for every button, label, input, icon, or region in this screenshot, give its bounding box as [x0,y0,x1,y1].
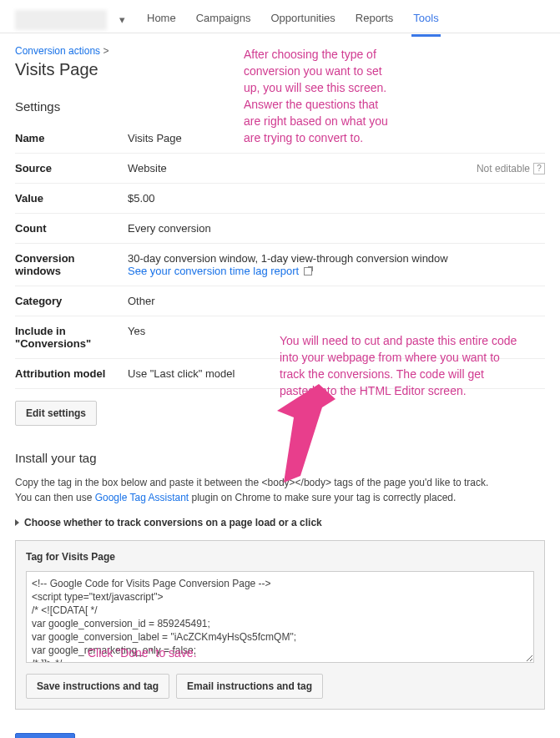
disclosure-label: Choose whether to track conversions on a… [24,517,322,528]
value-name: Visits Page [128,132,545,144]
row-count: Count Every conversion [15,213,545,243]
email-instructions-button[interactable]: Email instructions and tag [176,674,323,699]
install-description: Copy the tag in the box below and paste … [15,475,545,505]
help-icon[interactable]: ? [533,163,545,174]
nav-reports[interactable]: Reports [354,3,396,37]
edit-settings-button[interactable]: Edit settings [15,401,97,426]
logo-placeholder [15,10,107,30]
time-lag-report-link[interactable]: See your conversion time lag report [128,265,299,277]
triangle-right-icon [15,519,19,526]
main-nav: Home Campaigns Opportunities Reports Too… [145,3,441,37]
breadcrumb-link[interactable]: Conversion actions [15,45,100,57]
row-attribution: Attribution model Use "Last click" model [15,358,545,389]
label-name: Name [15,132,128,144]
breadcrumb: Conversion actions > [15,45,545,57]
value-category: Other [128,295,545,307]
settings-table: Name Visits Page Source Website Not edit… [15,124,545,389]
value-count: Every conversion [128,222,545,235]
tag-assistant-link[interactable]: Google Tag Assistant [95,492,189,503]
nav-tools[interactable]: Tools [411,3,440,37]
nav-home[interactable]: Home [145,3,178,37]
install-desc-line1: Copy the tag in the box below and paste … [15,477,488,488]
value-attribution: Use "Last click" model [128,367,545,380]
not-editable-text: Not editable [477,163,530,174]
nav-campaigns[interactable]: Campaigns [194,3,253,37]
install-desc-line2a: You can then use [15,492,95,503]
label-count: Count [15,222,128,235]
value-source: Website [128,162,477,174]
value-include: Yes [128,325,545,350]
track-disclosure[interactable]: Choose whether to track conversions on a… [15,517,545,528]
windows-text: 30-day conversion window, 1-day view-thr… [128,252,448,265]
done-button[interactable]: Done [15,733,75,738]
label-value: Value [15,192,128,205]
label-include: Include in "Conversions" [15,325,128,350]
value-windows: 30-day conversion window, 1-day view-thr… [128,252,545,277]
value-value: $5.00 [128,192,545,205]
row-value: Value $5.00 [15,183,545,213]
external-link-icon [304,267,312,275]
nav-opportunities[interactable]: Opportunities [269,3,336,37]
account-dropdown[interactable]: ▾ [115,13,129,27]
save-instructions-button[interactable]: Save instructions and tag [26,674,169,699]
row-source: Source Website Not editable ? [15,153,545,183]
row-name: Name Visits Page [15,124,545,153]
install-desc-line2b: plugin on Chrome to make sure your tag i… [189,492,456,503]
tag-code-panel: Tag for Visits Page Save instructions an… [15,540,545,710]
row-category: Category Other [15,286,545,316]
row-conversion-windows: Conversion windows 30-day conversion win… [15,243,545,286]
label-category: Category [15,295,128,307]
settings-heading: Settings [15,99,545,114]
code-panel-title: Tag for Visits Page [26,551,534,563]
row-include: Include in "Conversions" Yes [15,316,545,358]
breadcrumb-separator: > [103,45,108,57]
not-editable-badge: Not editable ? [477,162,545,174]
top-bar: ▾ Home Campaigns Opportunities Reports T… [0,0,560,33]
page-title: Visits Page [15,60,545,79]
label-source: Source [15,162,128,174]
tag-code-textarea[interactable] [26,571,534,663]
content: Conversion actions > Visits Page Setting… [0,33,560,738]
caret-down-icon: ▾ [119,13,125,26]
install-heading: Install your tag [15,451,545,465]
label-windows: Conversion windows [15,252,128,277]
label-attribution: Attribution model [15,367,128,380]
